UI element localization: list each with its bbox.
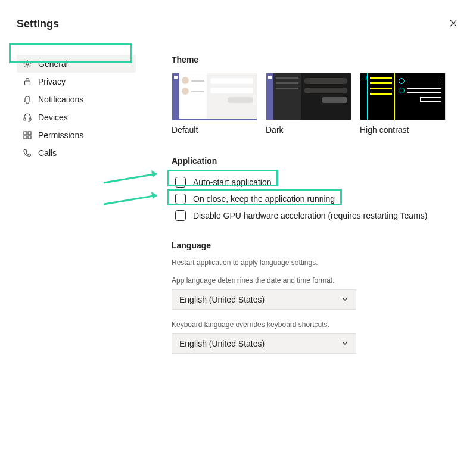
- app-language-select[interactable]: English (United States): [172, 289, 356, 310]
- svg-point-0: [26, 63, 29, 65]
- sidebar-item-label: Permissions: [38, 130, 83, 140]
- sidebar-item-privacy[interactable]: Privacy: [17, 73, 136, 91]
- language-restart-hint: Restart application to apply language se…: [172, 258, 459, 267]
- sidebar-item-calls[interactable]: Calls: [17, 144, 136, 162]
- language-heading: Language: [172, 241, 459, 250]
- keyboard-language-select[interactable]: English (United States): [172, 333, 356, 354]
- checkbox-icon: [175, 194, 186, 204]
- theme-label: High contrast: [360, 125, 446, 135]
- theme-thumb-high-contrast: [360, 73, 446, 120]
- checkbox-disable-gpu[interactable]: Disable GPU hardware acceleration (requi…: [172, 207, 459, 224]
- bell-icon: [23, 95, 32, 104]
- gear-icon: [23, 59, 32, 68]
- sidebar-item-label: Privacy: [38, 77, 66, 86]
- phone-icon: [23, 148, 32, 158]
- svg-rect-7: [28, 136, 31, 139]
- svg-rect-5: [28, 132, 31, 135]
- theme-thumb-default: [172, 73, 257, 120]
- theme-option-default[interactable]: Default: [172, 73, 257, 135]
- keyboard-language-value: English (United States): [179, 339, 265, 348]
- app-language-label: App language determines the date and tim…: [172, 276, 459, 285]
- sidebar-item-permissions[interactable]: Permissions: [17, 126, 136, 144]
- sidebar-item-label: Devices: [38, 113, 68, 122]
- sidebar-item-general[interactable]: General: [17, 55, 136, 73]
- theme-options: Default Dark: [172, 73, 459, 135]
- theme-label: Default: [172, 125, 257, 135]
- theme-heading: Theme: [172, 55, 459, 64]
- checkbox-label: Auto-start application: [193, 177, 272, 187]
- checkbox-label: On close, keep the application running: [193, 194, 335, 204]
- keyboard-language-label: Keyboard language overrides keyboard sho…: [172, 320, 459, 329]
- svg-rect-1: [25, 81, 30, 85]
- svg-rect-6: [24, 136, 27, 139]
- theme-label: Dark: [266, 125, 351, 135]
- svg-rect-3: [29, 118, 31, 120]
- application-heading: Application: [172, 156, 459, 166]
- page-title: Settings: [17, 18, 59, 30]
- headset-icon: [23, 113, 32, 122]
- sidebar-item-label: Notifications: [38, 95, 83, 104]
- sidebar-item-devices[interactable]: Devices: [17, 108, 136, 126]
- svg-rect-4: [24, 132, 27, 135]
- close-icon: [450, 20, 457, 27]
- theme-thumb-dark: [266, 73, 351, 120]
- app-language-value: English (United States): [179, 295, 265, 304]
- checkbox-auto-start[interactable]: Auto-start application: [172, 174, 459, 191]
- sidebar-item-notifications[interactable]: Notifications: [17, 91, 136, 108]
- checkbox-label: Disable GPU hardware acceleration (requi…: [193, 211, 427, 220]
- chevron-down-icon: [341, 295, 349, 304]
- close-button[interactable]: [447, 17, 459, 31]
- svg-rect-2: [24, 118, 26, 120]
- checkbox-icon: [175, 210, 186, 221]
- sidebar-item-label: Calls: [38, 148, 57, 158]
- chevron-down-icon: [341, 339, 349, 348]
- lock-icon: [23, 77, 32, 86]
- checkbox-icon: [175, 177, 186, 188]
- sidebar-item-label: General: [38, 59, 68, 68]
- checkbox-on-close-keep-running[interactable]: On close, keep the application running: [172, 191, 459, 207]
- theme-option-high-contrast[interactable]: High contrast: [360, 73, 446, 135]
- theme-option-dark[interactable]: Dark: [266, 73, 351, 135]
- app-icon: [23, 130, 32, 140]
- sidebar: General Privacy Notifications Devices: [17, 55, 136, 364]
